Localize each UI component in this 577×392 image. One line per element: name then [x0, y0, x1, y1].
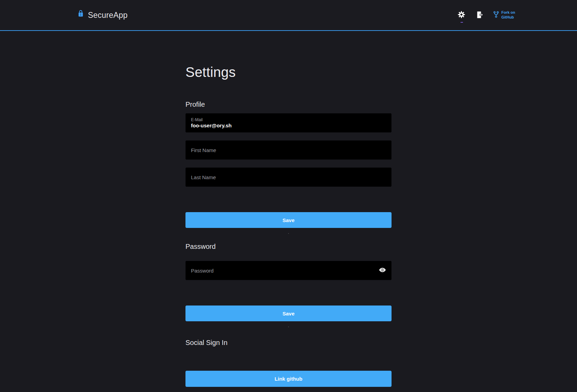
profile-status-dot: . [185, 231, 392, 234]
password-field[interactable] [185, 261, 392, 280]
focus-artifact [461, 22, 463, 23]
git-fork-icon [493, 11, 499, 19]
email-field[interactable]: E-Mail [185, 113, 392, 132]
profile-save-button[interactable]: Save [185, 212, 392, 228]
page-title: Settings [185, 64, 392, 80]
settings-button[interactable] [457, 11, 466, 19]
profile-heading: Profile [185, 100, 392, 108]
social-sign-in-heading: Social Sign In [185, 338, 392, 347]
logout-icon [476, 11, 483, 20]
email-label: E-Mail [191, 117, 386, 123]
app-header: SecureApp [0, 0, 577, 31]
settings-page: Settings Profile E-Mail Save . Password [185, 64, 392, 387]
password-section: Password Save . [185, 242, 392, 327]
profile-section: Profile E-Mail Save . [185, 100, 392, 234]
last-name-input[interactable] [191, 174, 386, 180]
password-input[interactable] [191, 268, 386, 274]
lock-icon [78, 12, 84, 19]
eye-icon [378, 266, 386, 275]
last-name-field[interactable] [185, 168, 392, 187]
first-name-field[interactable] [185, 140, 392, 160]
link-github-button[interactable]: Link github [185, 371, 392, 387]
first-name-input[interactable] [191, 147, 386, 153]
show-password-button[interactable] [378, 266, 386, 275]
app-logo: SecureApp [78, 11, 128, 20]
password-save-button[interactable]: Save [185, 305, 392, 321]
social-sign-in-section: Social Sign In Link github [185, 338, 392, 387]
password-heading: Password [185, 242, 392, 251]
fork-on-github-link[interactable]: Fork on GitHub [493, 10, 515, 20]
password-status-dot: . [185, 324, 392, 327]
email-input[interactable] [191, 123, 386, 128]
gear-icon [458, 11, 465, 19]
app-title: SecureApp [88, 11, 128, 20]
fork-on-github-label: Fork on GitHub [501, 10, 515, 20]
header-actions: Fork on GitHub [457, 10, 515, 20]
logout-button[interactable] [475, 11, 484, 19]
